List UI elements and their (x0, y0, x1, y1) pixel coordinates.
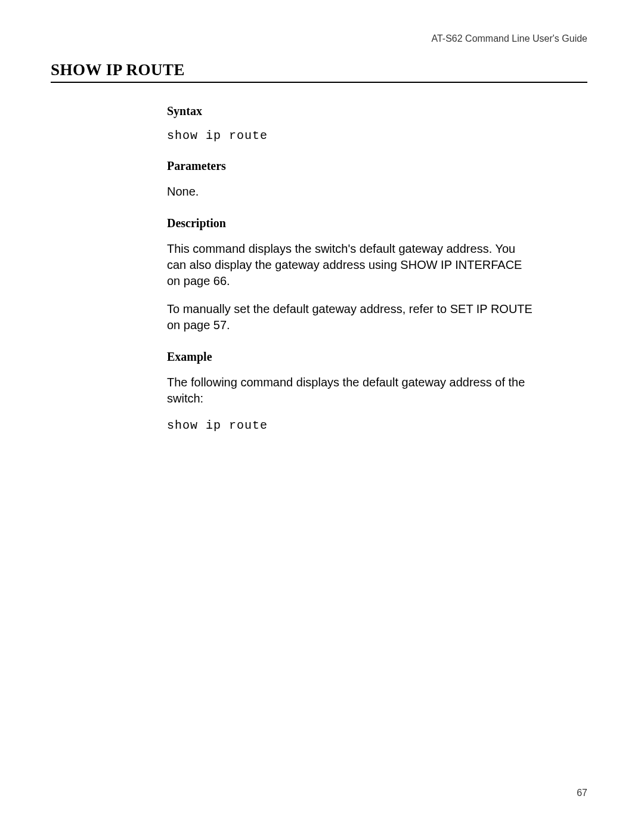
parameters-heading: Parameters (167, 159, 537, 173)
syntax-heading: Syntax (167, 104, 537, 118)
example-command: show ip route (167, 419, 537, 432)
example-heading: Example (167, 350, 537, 364)
content-area: Syntax show ip route Parameters None. De… (167, 104, 537, 432)
description-para1: This command displays the switch's defau… (167, 241, 537, 289)
description-para2: To manually set the default gateway addr… (167, 301, 537, 333)
description-heading: Description (167, 216, 537, 230)
page-title: SHOW IP ROUTE (51, 61, 587, 83)
example-intro: The following command displays the defau… (167, 374, 537, 407)
document-header: AT-S62 Command Line User's Guide (51, 33, 587, 44)
syntax-command: show ip route (167, 129, 537, 143)
parameters-text: None. (167, 184, 537, 200)
page-number: 67 (577, 788, 587, 798)
